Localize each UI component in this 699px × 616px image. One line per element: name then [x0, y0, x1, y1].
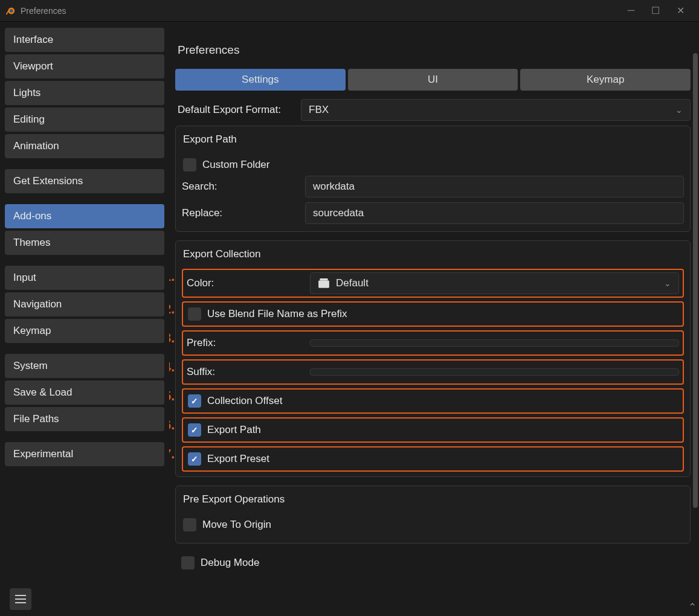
custom-folder-row: Custom Folder [182, 154, 684, 176]
collection-icon [318, 278, 330, 289]
export-preset-label: Export Preset [207, 453, 269, 465]
annotation-2: 2. [169, 301, 175, 317]
sidebar: Interface Viewport Lights Editing Animat… [0, 22, 169, 616]
sidebar-item-input[interactable]: Input [5, 266, 164, 290]
svg-rect-3 [320, 278, 327, 280]
export-preset-checkbox[interactable] [188, 452, 201, 466]
main-container: Interface Viewport Lights Editing Animat… [0, 22, 699, 616]
scrollbar-thumb[interactable] [693, 53, 698, 508]
sidebar-item-interface[interactable]: Interface [5, 28, 164, 52]
search-row: Search: workdata [182, 176, 684, 197]
sidebar-item-lights[interactable]: Lights [5, 81, 164, 105]
sidebar-item-file-paths[interactable]: File Paths [5, 407, 164, 431]
color-label: Color: [187, 277, 305, 289]
export-path-label: Export Path [207, 424, 261, 436]
sidebar-item-system[interactable]: System [5, 354, 164, 378]
sidebar-item-themes[interactable]: Themes [5, 231, 164, 255]
move-to-origin-row: Move To Origin [182, 514, 684, 536]
minimize-icon[interactable]: ─ [628, 5, 634, 16]
window-controls: ─ ☐ ✕ [628, 5, 694, 16]
tab-bar: Settings UI Keymap [175, 69, 691, 91]
collection-offset-checkbox[interactable] [188, 394, 201, 408]
annotation-4: 4. [169, 359, 175, 375]
suffix-label: Suffix: [187, 366, 305, 378]
color-dropdown[interactable]: Default ⌄ [310, 272, 679, 294]
default-export-row: Default Export Format: FBX ⌄ [175, 99, 691, 121]
export-collection-title: Export Collection [182, 248, 684, 260]
move-to-origin-checkbox[interactable] [183, 518, 196, 531]
sidebar-item-save-load[interactable]: Save & Load [5, 380, 164, 405]
sidebar-item-navigation[interactable]: Navigation [5, 292, 164, 316]
app-icon [5, 5, 16, 16]
chevron-down-icon: ⌄ [664, 278, 671, 288]
titlebar: Preferences ─ ☐ ✕ [0, 0, 699, 22]
sidebar-item-viewport[interactable]: Viewport [5, 54, 164, 79]
expand-icon[interactable]: ⌃ [688, 601, 697, 614]
sidebar-item-editing[interactable]: Editing [5, 107, 164, 132]
sidebar-item-keymap[interactable]: Keymap [5, 319, 164, 343]
search-label: Search: [182, 181, 300, 193]
debug-mode-row: Debug Mode [175, 552, 691, 574]
search-input[interactable]: workdata [305, 176, 684, 197]
svg-rect-2 [318, 281, 329, 288]
hamburger-menu-button[interactable] [10, 588, 31, 610]
prefix-label: Prefix: [187, 337, 305, 349]
default-export-dropdown[interactable]: FBX ⌄ [301, 99, 691, 121]
color-row: Color: Default ⌄ [187, 272, 679, 294]
annotation-1: 1. [169, 269, 175, 284]
collection-offset-label: Collection Offset [207, 395, 282, 407]
hamburger-icon [15, 595, 26, 603]
content-area: Preferences Settings UI Keymap Default E… [169, 22, 699, 616]
color-value: Default [336, 277, 369, 289]
default-export-value: FBX [309, 104, 329, 116]
chevron-down-icon: ⌄ [675, 105, 683, 115]
replace-row: Replace: sourcedata [182, 202, 684, 224]
annotation-5: 5. [169, 388, 175, 404]
export-path-checkbox[interactable] [188, 423, 201, 437]
sidebar-item-addons[interactable]: Add-ons [5, 204, 164, 228]
custom-folder-checkbox[interactable] [183, 158, 196, 172]
export-path-title: Export Path [182, 133, 684, 146]
window-title: Preferences [21, 6, 628, 16]
scrollbar[interactable] [693, 53, 698, 608]
move-to-origin-label: Move To Origin [202, 519, 271, 531]
sidebar-item-get-extensions[interactable]: Get Extensions [5, 169, 164, 193]
pre-export-panel: Pre Export Operations Move To Origin [175, 486, 691, 544]
replace-input[interactable]: sourcedata [305, 202, 684, 224]
annotation-7: 7. [169, 446, 175, 462]
export-path-panel: Export Path Custom Folder Search: workda… [175, 126, 691, 232]
prefix-input[interactable] [310, 339, 679, 347]
use-blend-prefix-label: Use Blend File Name as Prefix [207, 308, 347, 320]
maximize-icon[interactable]: ☐ [651, 5, 660, 16]
prefix-row: Prefix: [187, 334, 679, 352]
close-icon[interactable]: ✕ [677, 5, 685, 16]
custom-folder-label: Custom Folder [202, 159, 269, 171]
collection-offset-row: Collection Offset [187, 392, 679, 410]
export-preset-row: Export Preset [187, 450, 679, 468]
debug-mode-checkbox[interactable] [181, 556, 195, 569]
suffix-row: Suffix: [187, 363, 679, 381]
use-blend-prefix-checkbox[interactable] [188, 307, 201, 321]
sidebar-item-experimental[interactable]: Experimental [5, 442, 164, 466]
export-collection-panel: Export Collection 1. Color: Default [175, 240, 691, 477]
annotation-6: 6. [169, 417, 175, 433]
page-title: Preferences [175, 27, 691, 69]
tab-ui[interactable]: UI [348, 69, 518, 91]
sidebar-item-animation[interactable]: Animation [5, 134, 164, 158]
default-export-label: Default Export Format: [175, 104, 296, 116]
export-path-row: Export Path [187, 421, 679, 439]
debug-mode-label: Debug Mode [201, 557, 259, 569]
tab-settings[interactable]: Settings [175, 69, 346, 91]
use-blend-prefix-row: Use Blend File Name as Prefix [187, 305, 679, 323]
svg-point-1 [10, 9, 13, 12]
annotation-3: 3. [169, 330, 175, 346]
pre-export-title: Pre Export Operations [182, 493, 684, 505]
suffix-input[interactable] [310, 368, 679, 376]
tab-keymap[interactable]: Keymap [520, 69, 691, 91]
replace-label: Replace: [182, 207, 300, 219]
